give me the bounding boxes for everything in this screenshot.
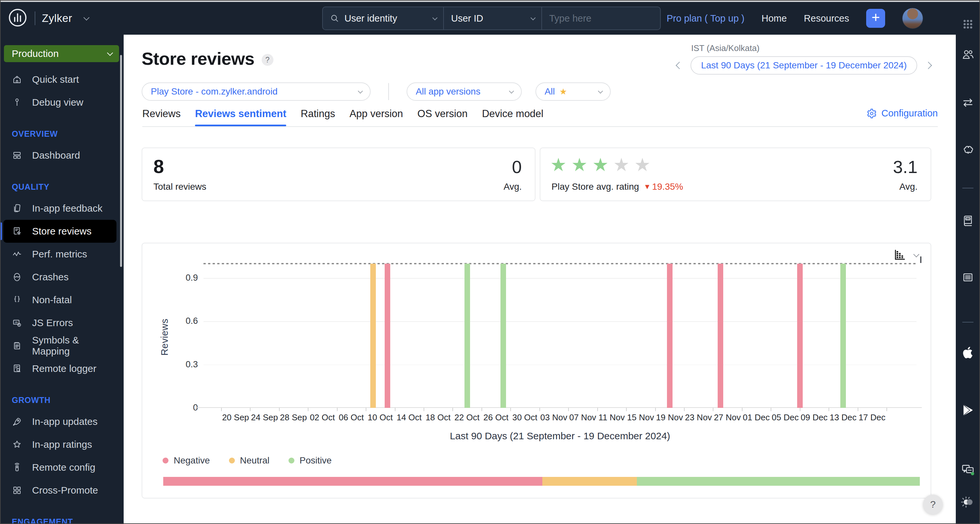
switch-arrows-icon[interactable] xyxy=(961,96,974,109)
summary-segment-negative xyxy=(163,477,542,486)
topbar-divider xyxy=(35,11,35,25)
feedback-chat-icon[interactable] xyxy=(960,462,975,478)
x-axis-label: Last 90 Days (21 September - 19 December… xyxy=(204,430,916,441)
title-help-icon[interactable]: ? xyxy=(262,54,274,66)
legend-positive[interactable]: Positive xyxy=(288,455,332,466)
sidebar-item-in-app-feedback[interactable]: In-app feedback xyxy=(0,197,116,220)
sidebar-item-in-app-ratings[interactable]: In-app ratings xyxy=(0,433,116,456)
help-button[interactable]: ? xyxy=(923,495,943,514)
x-tick-label: 11 Nov xyxy=(598,413,625,423)
egg-icon xyxy=(12,272,22,282)
sidebar-item-remote-config[interactable]: Remote config xyxy=(0,456,116,479)
sidebar-scrollbar[interactable] xyxy=(120,55,122,267)
environment-dropdown[interactable]: Production xyxy=(4,45,119,62)
x-tick-label: 14 Oct xyxy=(396,413,422,423)
tab-app-version[interactable]: App version xyxy=(349,108,403,126)
tab-os-version[interactable]: OS version xyxy=(417,108,468,126)
right-rail: A-Z xyxy=(956,2,980,524)
sidebar-item-in-app-updates[interactable]: In-app updates xyxy=(0,410,116,433)
apple-icon[interactable] xyxy=(961,346,974,359)
sentiment-bar-neutral-09-oct[interactable] xyxy=(370,264,376,408)
google-play-icon[interactable] xyxy=(961,404,974,417)
svg-text:A-Z: A-Z xyxy=(966,218,969,220)
sidebar-item-store-reviews[interactable]: Store reviews xyxy=(3,220,116,243)
star-filled-icon: ★ xyxy=(550,154,571,175)
x-tick-label: 06 Oct xyxy=(339,413,364,423)
tab-reviews[interactable]: Reviews xyxy=(142,108,181,126)
jserror-icon: JS xyxy=(12,318,22,328)
add-button[interactable]: + xyxy=(866,9,885,28)
release-notes-icon[interactable] xyxy=(961,271,974,284)
sentiment-bar-negative-26-nov[interactable] xyxy=(718,264,723,408)
tab-device-model[interactable]: Device model xyxy=(482,108,543,126)
sentiment-bar-negative-07-dec[interactable] xyxy=(797,264,803,408)
sentiment-bar-negative-19-nov[interactable] xyxy=(667,264,673,408)
sentiment-bar-positive-27-oct[interactable] xyxy=(501,264,506,408)
configuration-link[interactable]: Configuration xyxy=(867,108,938,119)
nav-resources[interactable]: Resources xyxy=(804,13,849,24)
rating-avg-label: Avg. xyxy=(899,182,918,192)
sentiment-bar-positive-22-oct[interactable] xyxy=(465,264,470,408)
sentiment-bar-negative-11-oct[interactable] xyxy=(385,264,390,408)
sidebar-item-dashboard[interactable]: Dashboard xyxy=(0,144,116,167)
sidebar-item-non-fatal[interactable]: Non-fatal xyxy=(0,288,116,311)
sidebar-item-crashes[interactable]: Crashes xyxy=(0,266,116,288)
sidebar-item-cross-promote[interactable]: Cross-Promote xyxy=(0,479,116,502)
date-range-selector[interactable]: Last 90 Days (21 September - 19 December… xyxy=(690,56,917,75)
x-tick-label: 05 Dec xyxy=(772,413,799,423)
search-category-dropdown[interactable]: User identity xyxy=(323,7,444,29)
legend-negative[interactable]: Negative xyxy=(162,455,210,466)
ai-brain-icon[interactable] xyxy=(961,143,974,156)
filter-play-store-com-zylker-android[interactable]: Play Store - com.zylker.android xyxy=(142,83,371,101)
app-switcher[interactable]: Zylker xyxy=(42,12,72,24)
global-search: User identity User ID xyxy=(322,6,661,30)
plan-topup-link[interactable]: Pro plan ( Top up ) xyxy=(667,13,745,24)
sidebar-item-symbols-mapping[interactable]: Symbols & Mapping xyxy=(0,334,116,357)
legend-dot-icon xyxy=(229,458,235,463)
sidebar-item-label: In-app updates xyxy=(32,416,97,427)
sentiment-bar-positive-13-dec[interactable] xyxy=(840,264,846,408)
search-field-dropdown[interactable]: User ID xyxy=(444,7,542,29)
bar-chart-icon xyxy=(893,248,906,262)
sidebar-item-quick-start[interactable]: Quick start xyxy=(0,68,116,91)
apps-grid-icon[interactable] xyxy=(961,18,974,31)
avg-rating-card: ★★★★★ Play Store avg. rating ▼19.35% 3.1… xyxy=(540,148,931,201)
gear-icon xyxy=(867,108,877,119)
axis-tick-mark xyxy=(597,408,598,411)
axis-tick-mark xyxy=(366,408,366,411)
sidebar-section-overview: OVERVIEW xyxy=(0,128,124,139)
star-filled-icon: ★ xyxy=(571,154,592,175)
nav-home[interactable]: Home xyxy=(762,13,787,24)
theme-toggle-icon[interactable] xyxy=(960,495,975,510)
date-next-icon[interactable] xyxy=(925,62,932,69)
glossary-book-icon[interactable]: A-Z xyxy=(961,214,974,227)
apptics-logo-icon[interactable] xyxy=(7,7,28,29)
chart-type-selector[interactable] xyxy=(893,248,918,262)
chevron-down-icon xyxy=(83,14,89,20)
legend-neutral[interactable]: Neutral xyxy=(229,455,269,466)
sidebar-item-js-errors[interactable]: JSJS Errors xyxy=(0,311,116,334)
sidebar-item-debug-view[interactable]: Debug view xyxy=(0,91,116,114)
search-input[interactable] xyxy=(549,13,648,24)
axis-tick-mark xyxy=(742,408,743,411)
filter-all-app-versions[interactable]: All app versions xyxy=(407,83,522,101)
y-axis-label: Reviews xyxy=(159,319,170,355)
max-guide-line xyxy=(204,263,916,264)
sidebar-item-perf-metrics[interactable]: Perf. metrics xyxy=(0,243,116,266)
filter-all[interactable]: All★ xyxy=(536,83,611,101)
rail-divider xyxy=(963,322,974,323)
gridline xyxy=(204,365,916,365)
star-empty-icon: ★ xyxy=(613,154,634,175)
user-avatar[interactable] xyxy=(902,8,923,29)
tab-ratings[interactable]: Ratings xyxy=(301,108,335,126)
star-icon xyxy=(12,439,22,450)
tab-reviews-sentiment[interactable]: Reviews sentiment xyxy=(195,108,286,126)
users-icon[interactable] xyxy=(961,48,974,61)
main-content: Store reviews ? IST (Asia/Kolkata) Last … xyxy=(124,35,956,524)
date-prev-icon[interactable] xyxy=(676,62,683,69)
triangle-down-icon: ▼ xyxy=(644,183,651,191)
sidebar-item-remote-logger[interactable]: Remote logger xyxy=(0,357,116,380)
phone-icon xyxy=(12,203,22,213)
search-category-label: User identity xyxy=(344,13,397,24)
chevron-down-icon xyxy=(509,88,514,94)
